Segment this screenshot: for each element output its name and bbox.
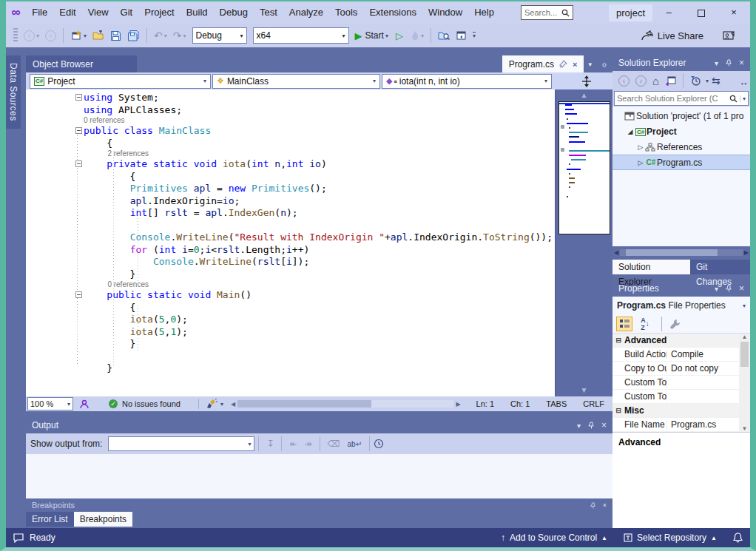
pin-icon[interactable] — [725, 285, 732, 292]
previous-message-icon[interactable]: ↞ — [289, 439, 297, 449]
code-minimap[interactable] — [558, 101, 610, 234]
code-editor[interactable]: using System;using APLClasses;0 referenc… — [26, 89, 612, 396]
window-position-dropdown-icon[interactable]: ▾ — [577, 422, 581, 430]
add-to-source-control-button[interactable]: ↑ Add to Source Control ▲ — [501, 533, 607, 543]
filter-dropdown-icon[interactable]: ▾ — [706, 78, 709, 84]
codelens-references[interactable]: 0 references — [73, 116, 555, 125]
alphabetical-sort-button[interactable]: AZ↓ — [637, 317, 653, 331]
property-category-misc[interactable]: ⊟Misc — [612, 404, 739, 418]
menu-item-tools[interactable]: Tools — [329, 2, 363, 23]
feedback-bubble-icon[interactable] — [13, 533, 24, 543]
navigate-forward-button[interactable]: › — [43, 27, 58, 44]
scroll-down-icon[interactable]: ▼ — [742, 425, 748, 432]
solution-platform-combo[interactable]: x64▾ — [253, 27, 349, 44]
pending-changes-filter-icon[interactable] — [690, 75, 701, 86]
codelens-text[interactable]: 0 references — [84, 280, 149, 289]
solution-search-input[interactable] — [617, 94, 729, 103]
document-health-indicator[interactable]: ✓ No issues found — [109, 399, 180, 408]
start-without-debugging-button[interactable]: ▷ — [396, 30, 403, 41]
toolbar-overflow-button[interactable]: ▾ — [473, 32, 476, 39]
property-value[interactable]: Do not copy — [667, 363, 739, 373]
close-button[interactable]: × — [718, 2, 750, 23]
property-row[interactable]: Custom Toc — [612, 390, 739, 404]
collapse-icon[interactable] — [75, 160, 82, 167]
titlebar-search[interactable] — [521, 5, 573, 20]
tab-program-cs[interactable]: Program.cs × — [502, 55, 584, 72]
next-message-icon[interactable]: ↠ — [305, 439, 312, 449]
output-source-combo[interactable]: ▾ — [108, 436, 254, 451]
scroll-down-icon[interactable]: ▼ — [581, 385, 588, 396]
select-repository-button[interactable]: Select Repository ▲ — [624, 533, 717, 543]
editor-gutter[interactable] — [26, 89, 73, 396]
live-share-presence-icon[interactable] — [79, 399, 90, 409]
close-panel-icon[interactable]: × — [601, 420, 607, 430]
code-line[interactable]: iota(5,0); — [73, 314, 555, 326]
minimize-button[interactable]: – — [652, 2, 685, 23]
pin-icon[interactable] — [559, 60, 567, 68]
clear-all-icon[interactable]: ⌫ — [328, 439, 340, 449]
properties-object-combo[interactable]: Program.cs File Properties ▾ — [612, 297, 750, 314]
scroll-up-icon[interactable]: ▲ — [742, 334, 748, 340]
code-line[interactable]: Console.WriteLine(rslt[i]); — [73, 256, 555, 268]
code-line[interactable]: Console.WriteLine("Result with IndexOrig… — [73, 231, 555, 244]
solution-search-box[interactable]: ▾ — [614, 91, 749, 106]
code-line[interactable] — [73, 351, 555, 363]
tab-settings-gear-icon[interactable] — [596, 56, 612, 72]
code-line[interactable]: for (int i=0;i<rslt.Length;i++) — [73, 244, 555, 257]
close-panel-icon[interactable]: × — [739, 283, 744, 294]
notifications-bell-icon[interactable] — [733, 533, 743, 543]
code-line[interactable]: using APLClasses; — [73, 104, 555, 117]
solution-tree-empty-area[interactable] — [612, 170, 750, 246]
tab-git-changes[interactable]: Git Changes — [690, 260, 750, 274]
outline-cell[interactable] — [73, 125, 84, 138]
tab-breakpoints[interactable]: Breakpoints — [74, 512, 132, 527]
code-cleanup-dropdown[interactable]: ▾ — [220, 401, 223, 408]
code-line[interactable] — [73, 220, 555, 232]
code-line[interactable]: public class MainClass — [73, 125, 555, 138]
pin-icon[interactable] — [590, 502, 596, 509]
scrollbar-thumb[interactable] — [626, 249, 718, 256]
code-cleanup-broom-icon[interactable] — [206, 399, 218, 409]
outline-cell[interactable] — [73, 289, 84, 302]
navigate-back-button[interactable]: ‹▾ — [21, 27, 41, 44]
property-category-advanced[interactable]: ⊟Advanced — [612, 334, 739, 348]
horizontal-scrollbar[interactable]: ◀▶ — [231, 399, 461, 408]
output-content[interactable] — [26, 454, 612, 498]
split-window-handle[interactable] — [581, 75, 592, 87]
redo-button[interactable]: ↷▾ — [171, 27, 189, 44]
collapse-icon[interactable]: ⊟ — [612, 407, 624, 414]
code-line[interactable]: } — [73, 362, 555, 375]
code-line[interactable]: { — [73, 138, 555, 150]
document-list-dropdown-icon[interactable]: ▾ — [584, 56, 596, 72]
code-line[interactable]: } — [73, 268, 555, 281]
scrollbar-thumb[interactable] — [237, 400, 371, 408]
tree-item-solution-project-1-of-1-[interactable]: Solution 'project' (1 of 1 pro — [612, 108, 750, 124]
search-options-dropdown-icon[interactable]: ▾ — [740, 95, 746, 102]
property-row[interactable]: File NameProgram.cs — [612, 418, 739, 432]
code-line[interactable]: { — [73, 171, 555, 183]
editor-scrollbar-map[interactable]: ▲ ▼ — [555, 89, 612, 396]
close-tab-icon[interactable]: × — [573, 60, 577, 69]
property-row[interactable]: Copy to OuDo not copy — [612, 362, 739, 376]
property-row[interactable]: Custom Toc — [612, 376, 739, 390]
expander-icon[interactable]: ◢ — [626, 128, 635, 135]
pin-icon[interactable] — [587, 422, 595, 429]
menu-item-window[interactable]: Window — [422, 2, 468, 23]
member-dropdown[interactable]: ◆🔒︎ iota(int n, int io)▾ — [382, 74, 552, 89]
code-line[interactable]: public static void Main() — [73, 289, 555, 302]
code-line[interactable]: int[] rslt = apl.IndexGen(n); — [73, 207, 555, 220]
timestamp-clock-icon[interactable] — [374, 439, 384, 449]
home-icon[interactable]: ⌂ — [652, 75, 659, 87]
go-to-message-icon[interactable]: ↧ — [266, 439, 274, 449]
tab-error-list[interactable]: Error List — [26, 512, 74, 527]
find-in-files-button[interactable] — [436, 27, 452, 44]
code-line[interactable]: { — [73, 302, 555, 314]
open-file-button[interactable] — [90, 27, 107, 44]
pin-icon[interactable] — [725, 59, 732, 67]
sync-selection-icon[interactable]: ⇆ — [712, 75, 720, 87]
menu-item-debug[interactable]: Debug — [214, 2, 254, 23]
code-line[interactable]: apl.IndexOrigin=io; — [73, 195, 555, 208]
menu-item-edit[interactable]: Edit — [53, 2, 81, 23]
code-line[interactable]: private static void iota(int n,int io) — [73, 158, 555, 171]
close-panel-icon[interactable]: × — [739, 58, 744, 68]
